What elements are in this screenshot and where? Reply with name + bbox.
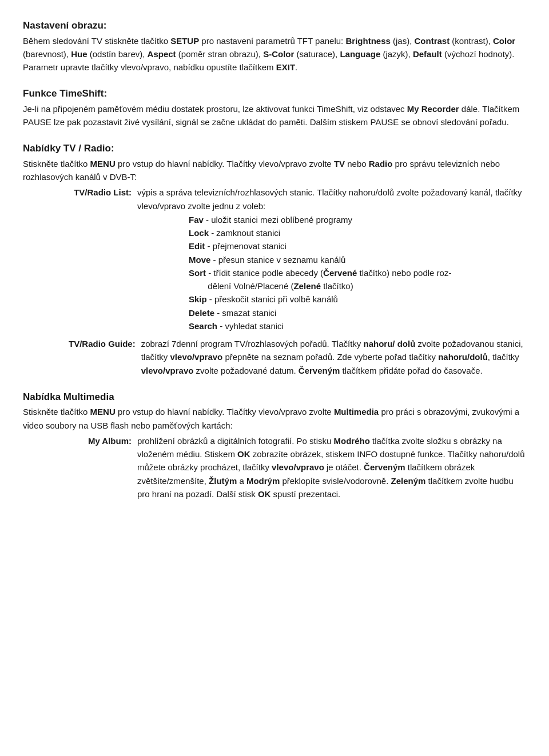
section-body-multimedia: Stiskněte tlačítko MENU pro vstup do hla… xyxy=(23,405,526,501)
section-title-nabidky: Nabídky TV / Radio: xyxy=(23,141,526,156)
section-title-nastaveni: Nastavení obrazu: xyxy=(23,18,526,33)
list-item-tvradio-guide: TV/Radio Guide: zobrazí 7denní program T… xyxy=(69,337,526,377)
list-item-my-album: My Album: prohlížení obrázků a digitální… xyxy=(69,434,526,501)
list-subitem-sort: Sort - třídit stanice podle abecedy (Čer… xyxy=(189,266,526,293)
list-label-my-album: My Album: xyxy=(69,434,137,447)
list-subitem-move: Move - přesun stanice v seznamu kanálů xyxy=(189,253,526,266)
list-content-tvradio-guide: zobrazí 7denní program TV/rozhlasových p… xyxy=(141,337,526,377)
section-timeshift: Funkce TimeShift: Je-li na připojeném pa… xyxy=(23,86,526,129)
section-title-multimedia: Nabídka Multimedia xyxy=(23,390,526,405)
list-item-tvradio-list: TV/Radio List: výpis a správa televizníc… xyxy=(69,186,526,333)
list-subitem-delete: Delete - smazat stanici xyxy=(189,306,526,319)
list-subitem-edit: Edit - přejmenovat stanici xyxy=(189,239,526,253)
list-content-my-album: prohlížení obrázků a digitálních fotogra… xyxy=(137,434,526,501)
section-multimedia: Nabídka Multimedia Stiskněte tlačítko ME… xyxy=(23,390,526,501)
section-nastaveni: Nastavení obrazu: Během sledování TV sti… xyxy=(23,18,526,74)
list-content-tvradio-list: výpis a správa televizních/rozhlasových … xyxy=(137,186,526,333)
section-title-timeshift: Funkce TimeShift: xyxy=(23,86,526,101)
section-nabidky: Nabídky TV / Radio: Stiskněte tlačítko M… xyxy=(23,141,526,377)
section-body-timeshift: Je-li na připojeném paměťovém médiu dost… xyxy=(23,102,526,129)
list-label-tvradio-guide: TV/Radio Guide: xyxy=(69,337,141,350)
list-subitem-skip: Skip - přeskočit stanici při volbě kanál… xyxy=(189,293,526,306)
list-subitem-search: Search - vyhledat stanici xyxy=(189,319,526,333)
list-label-tvradio-list: TV/Radio List: xyxy=(69,186,137,199)
list-subitem-lock: Lock - zamknout stanici xyxy=(189,226,526,239)
page-content: Nastavení obrazu: Během sledování TV sti… xyxy=(23,18,526,501)
section-body-nabidky: Stiskněte tlačítko MENU pro vstup do hla… xyxy=(23,157,526,377)
list-subitem-fav: Fav - uložit stanici mezi oblíbené progr… xyxy=(189,213,526,226)
section-body-nastaveni: Během sledování TV stiskněte tlačítko SE… xyxy=(23,34,526,74)
